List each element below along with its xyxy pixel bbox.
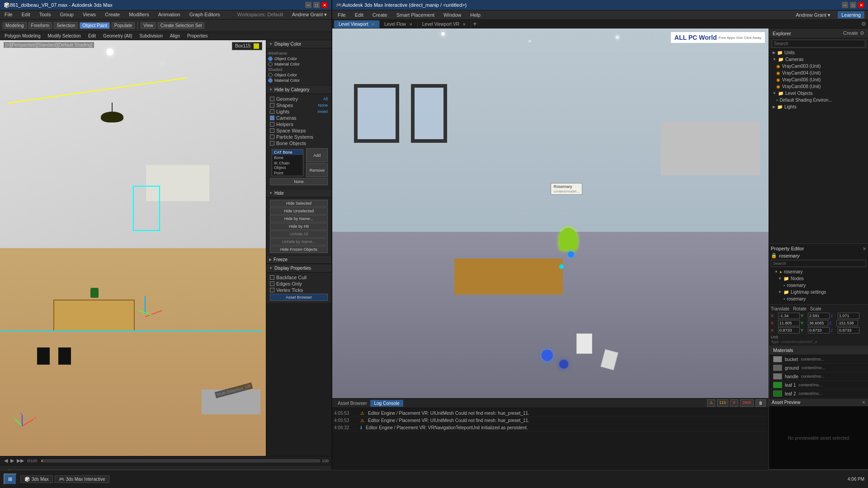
submenu-edit[interactable]: Edit <box>86 33 98 39</box>
cat-item-point[interactable]: Point <box>272 170 303 176</box>
submenu-polygon-modeling[interactable]: Polygon Modeling <box>3 33 42 39</box>
hide-by-name-btn[interactable]: Hide by Name... <box>270 215 328 222</box>
cat-particle-check[interactable] <box>270 135 274 139</box>
hide-selected-btn[interactable]: Hide Selected <box>270 200 328 207</box>
prop-tree-rosemary-node[interactable]: ▪ rosemary <box>771 282 866 289</box>
tab-settings-btn[interactable]: ⚙ <box>861 21 866 27</box>
menu-views[interactable]: Views <box>81 11 98 18</box>
right-menu-help[interactable]: Help <box>468 12 482 18</box>
tree-cameras[interactable]: ▼ 📁 Cameras <box>769 56 868 63</box>
prop-editor-close-icon[interactable]: ✕ <box>863 246 866 251</box>
cat-item-ik-chain[interactable]: IK Chain Object <box>272 160 303 170</box>
display-props-header[interactable]: Display Properties <box>266 264 331 272</box>
right-menu-file[interactable]: File <box>336 12 348 18</box>
add-tab-btn[interactable]: + <box>473 20 477 28</box>
menu-tools[interactable]: Tools <box>38 11 53 18</box>
toolbar-populate[interactable]: Populate <box>112 22 135 29</box>
menu-animation[interactable]: Animation <box>156 11 182 18</box>
toolbar-view-btn[interactable]: View <box>141 22 156 29</box>
tab-level-viewport-vr-close[interactable]: ✕ <box>462 22 466 27</box>
explorer-settings-icon[interactable]: ⚙ <box>860 30 864 36</box>
explorer-create-tab[interactable]: Create <box>843 30 858 36</box>
shaded-object-radio[interactable] <box>268 73 273 77</box>
menu-file[interactable]: File <box>3 11 14 18</box>
cat-remove-btn[interactable]: Remove <box>306 163 328 177</box>
scale-y-input[interactable] <box>808 327 830 333</box>
shaded-material-radio[interactable] <box>268 78 273 83</box>
cat-add-btn[interactable]: Add <box>306 148 328 162</box>
tree-default-shading[interactable]: ▪ Default Shading Environ... <box>769 97 868 103</box>
hide-header[interactable]: Hide <box>266 189 331 197</box>
toolbar-modeling[interactable]: Modeling <box>3 22 27 29</box>
tree-vray-cam003[interactable]: ◉ VrayCam003 (Unit) <box>769 63 868 70</box>
tab-log-console[interactable]: Log Console <box>370 400 403 407</box>
toolbar-freeform[interactable]: Freeform <box>28 22 52 29</box>
user-account[interactable]: Andrew Grant ▾ <box>290 11 329 18</box>
right-menu-edit[interactable]: Edit <box>353 12 365 18</box>
learning-btn[interactable]: Learning <box>838 11 864 19</box>
right-menu-smart-placement[interactable]: Smart Placement <box>395 12 436 18</box>
right-menu-window[interactable]: Window <box>442 12 463 18</box>
submenu-subdivision[interactable]: Subdivision <box>138 33 165 39</box>
toolbar-create-selection[interactable]: Create Selection Set <box>158 22 205 29</box>
unhide-by-name-btn[interactable]: Unhide by Name... <box>270 238 328 245</box>
cat-item-bone[interactable]: Bone <box>272 155 303 160</box>
start-button[interactable]: ⊞ <box>4 474 17 485</box>
submenu-properties[interactable]: Properties <box>185 33 210 39</box>
prop-tree-rosemary-root[interactable]: ▼ ▸ rosemary <box>771 268 866 275</box>
cat-item-cat-bone[interactable]: CAT Bone <box>272 150 303 155</box>
tab-asset-browser[interactable]: Asset Browser <box>334 400 370 407</box>
unhide-all-btn[interactable]: Unhide All <box>270 230 328 238</box>
tree-vray-cam008[interactable]: ◉ VrayCam008 (Unit) <box>769 83 868 90</box>
toolbar-object-paint[interactable]: Object Paint <box>80 22 109 29</box>
display-color-header[interactable]: Display Color <box>266 40 331 48</box>
prop-tree-rosemary-lightmap[interactable]: ▪ rosemary <box>771 296 866 302</box>
cat-space-warps-check[interactable] <box>270 128 274 133</box>
hide-by-category-header[interactable]: Hide by Category <box>266 86 331 94</box>
cat-none-btn[interactable]: None <box>270 178 328 185</box>
wireframe-material-color-radio[interactable] <box>268 62 273 66</box>
tree-vray-cam006[interactable]: ◉ VrayCam006 (Unit) <box>769 76 868 83</box>
hide-unselected-btn[interactable]: Hide Unselected <box>270 207 328 215</box>
tree-lights[interactable]: ▶ 📁 Lights <box>769 103 868 110</box>
menu-edit[interactable]: Edit <box>20 11 32 18</box>
tab-level-viewport-close[interactable]: ✕ <box>371 22 375 27</box>
cat-geometry-all[interactable]: All <box>323 97 328 101</box>
translate-z-input[interactable] <box>838 313 859 319</box>
timeline-play-btn[interactable]: ▶ <box>9 457 15 464</box>
submenu-modify-selection[interactable]: Modify Selection <box>46 33 83 39</box>
left-maximize-btn[interactable]: □ <box>313 2 320 8</box>
left-minimize-btn[interactable]: ─ <box>305 2 311 8</box>
tab-level-viewport-vr[interactable]: Level Viewport VR ✕ <box>418 20 471 28</box>
scale-x-input[interactable] <box>778 327 800 333</box>
taskbar-3dsmax[interactable]: 🎲 3ds Max <box>20 475 53 483</box>
cat-shapes-check[interactable] <box>270 103 274 108</box>
cat-lights-invert[interactable]: Invert <box>317 109 328 114</box>
menu-modifiers[interactable]: Modifiers <box>127 11 151 18</box>
cat-geometry-check[interactable] <box>270 97 274 101</box>
timeline-track[interactable] <box>41 460 320 462</box>
prop-tree-nodes[interactable]: ▼ 📁 Nodes <box>771 275 866 282</box>
cat-lights-check[interactable] <box>270 109 274 114</box>
wireframe-object-color-radio[interactable] <box>268 56 273 61</box>
left-close-btn[interactable]: ✕ <box>321 2 328 8</box>
hide-frozen-btn[interactable]: Hide Frozen Objects <box>270 246 328 253</box>
explorer-search-input[interactable] <box>772 40 865 47</box>
cat-bone-check[interactable] <box>270 141 274 145</box>
rotate-y-input[interactable] <box>808 320 828 326</box>
cat-helpers-check[interactable] <box>270 122 274 127</box>
toolbar-selection[interactable]: Selection <box>54 22 78 29</box>
rotate-z-input[interactable] <box>836 320 858 326</box>
timeline-next-btn[interactable]: ▶▶ <box>15 457 25 464</box>
log-clear-btn[interactable]: 🗑 <box>755 399 766 407</box>
edges-only-check[interactable] <box>270 282 274 286</box>
tab-level-flow[interactable]: Level Flow ✕ <box>380 20 418 28</box>
prop-search-input[interactable] <box>771 260 866 267</box>
tree-vray-cam004[interactable]: ◉ VrayCam004 (Unit) <box>769 70 868 76</box>
asset-preview-close[interactable]: ✕ <box>862 400 865 405</box>
cat-shapes-none[interactable]: None <box>318 103 328 108</box>
menu-create[interactable]: Create <box>103 11 122 18</box>
tree-level-objects[interactable]: ▼ 📁 Level Objects <box>769 90 868 97</box>
tab-level-flow-close[interactable]: ✕ <box>409 22 413 27</box>
backface-cull-check[interactable] <box>270 275 274 280</box>
